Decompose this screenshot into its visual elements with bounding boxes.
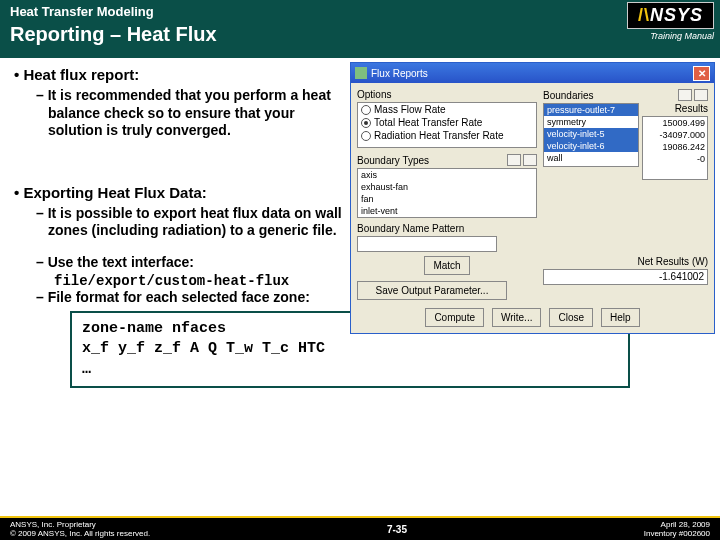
select-none-icon[interactable]: [694, 89, 708, 101]
footer-date: April 28, 2009: [644, 520, 710, 529]
footer-copyright: © 2009 ANSYS, Inc. All rights reserved.: [10, 529, 150, 538]
heading-export: • Exporting Heat Flux Data:: [14, 184, 347, 201]
list-item[interactable]: velocity-inlet-6: [544, 140, 638, 152]
bullet-balance-check: – It is recommended that you perform a h…: [36, 87, 347, 140]
select-none-icon[interactable]: [523, 154, 537, 166]
net-results-value: -1.641002: [543, 269, 708, 285]
dialog-title: Flux Reports: [371, 68, 428, 79]
footer-inventory: Inventory #002600: [644, 529, 710, 538]
btypes-label: Boundary Types: [357, 155, 429, 166]
ansys-logo: /\NSYS: [627, 2, 714, 29]
write-button[interactable]: Write...: [492, 308, 541, 327]
select-all-icon[interactable]: [507, 154, 521, 166]
results-label: Results: [642, 103, 708, 114]
options-panel: Mass Flow Rate Total Heat Transfer Rate …: [357, 102, 537, 148]
options-label: Options: [357, 89, 537, 100]
compute-button[interactable]: Compute: [425, 308, 484, 327]
bname-label: Boundary Name Pattern: [357, 223, 537, 234]
bullet-export-wall: – It is possible to export heat flux dat…: [36, 205, 347, 240]
list-item[interactable]: wall: [544, 152, 638, 164]
results-list: 15009.499 -34097.000 19086.242 -0: [642, 116, 708, 180]
result-row: 19086.242: [645, 141, 705, 153]
net-results-label: Net Results (W): [543, 256, 708, 267]
radio-total-heat[interactable]: Total Heat Transfer Rate: [358, 116, 536, 129]
boundary-types-list[interactable]: axis exhaust-fan fan inlet-vent: [357, 168, 537, 218]
bullet-text-interface: – Use the text interface:: [36, 254, 347, 272]
result-row: -34097.000: [645, 129, 705, 141]
flux-reports-dialog: Flux Reports ✕ Options Mass Flow Rate To…: [350, 62, 715, 334]
page-number: 7-35: [387, 524, 407, 535]
save-output-button[interactable]: Save Output Parameter...: [357, 281, 507, 300]
list-item[interactable]: velocity-inlet-5: [544, 128, 638, 140]
list-item[interactable]: axis: [358, 169, 536, 181]
list-item[interactable]: symmetry: [544, 116, 638, 128]
heading-flux-report: • Heat flux report:: [14, 66, 347, 83]
radio-radiation[interactable]: Radiation Heat Transfer Rate: [358, 129, 536, 142]
list-item[interactable]: fan: [358, 193, 536, 205]
code-l2: x_f y_f z_f A Q T_w T_c HTC: [82, 339, 618, 359]
result-row: 15009.499: [645, 117, 705, 129]
code-l3: …: [82, 360, 618, 380]
boundaries-list[interactable]: pressure-outlet-7 symmetry velocity-inle…: [543, 103, 639, 167]
close-icon[interactable]: ✕: [693, 66, 710, 81]
command-text: file/export/custom-heat-flux: [54, 273, 347, 289]
boundary-name-input[interactable]: [357, 236, 497, 252]
match-button[interactable]: Match: [424, 256, 469, 275]
footer-proprietary: ANSYS, Inc. Proprietary: [10, 520, 150, 529]
boundaries-label: Boundaries: [543, 90, 594, 101]
list-item[interactable]: exhaust-fan: [358, 181, 536, 193]
header-bar: Heat Transfer Modeling Reporting – Heat …: [0, 0, 720, 58]
footer: ANSYS, Inc. Proprietary © 2009 ANSYS, In…: [0, 516, 720, 540]
app-icon: [355, 67, 367, 79]
result-row: -0: [645, 153, 705, 165]
titlebar[interactable]: Flux Reports ✕: [351, 63, 714, 83]
training-label: Training Manual: [650, 31, 714, 41]
select-all-icon[interactable]: [678, 89, 692, 101]
supertitle: Heat Transfer Modeling: [10, 4, 217, 19]
close-button[interactable]: Close: [549, 308, 593, 327]
list-item[interactable]: inlet-vent: [358, 205, 536, 217]
list-item[interactable]: pressure-outlet-7: [544, 104, 638, 116]
radio-mass-flow[interactable]: Mass Flow Rate: [358, 103, 536, 116]
help-button[interactable]: Help: [601, 308, 640, 327]
section-title: Reporting – Heat Flux: [10, 23, 217, 46]
